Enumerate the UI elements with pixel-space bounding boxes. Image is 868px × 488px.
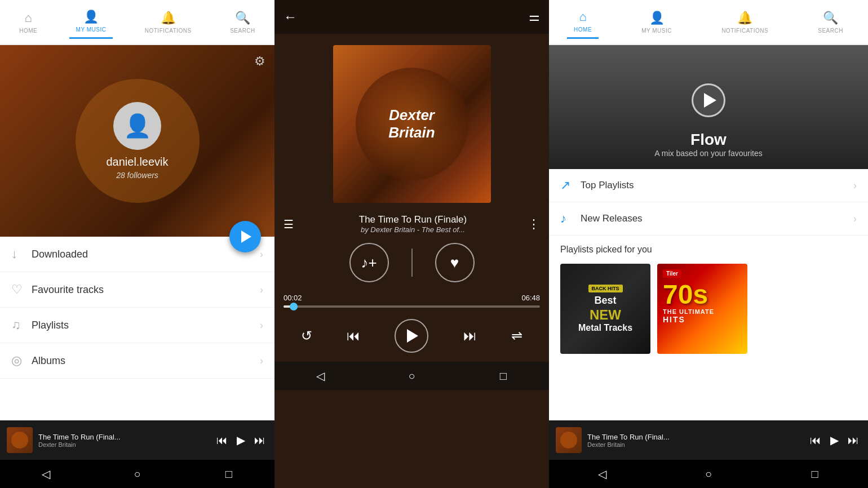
shuffle-button[interactable]: ⇌	[511, 328, 522, 344]
search-icon-p3: 🔍	[823, 11, 838, 25]
menu-item-albums[interactable]: ◎ Albums ›	[0, 343, 274, 379]
flow-subtitle: A mix based on your favourites	[654, 149, 762, 158]
playlist-card-metal[interactable]: BACK HITS Best NEW Metal Tracks	[560, 264, 650, 354]
total-time: 06:48	[521, 294, 540, 302]
mini-prev-button-p1[interactable]: ⏮	[214, 432, 230, 449]
arrow-icon-3: ›	[260, 320, 263, 331]
playlists-row: BACK HITS Best NEW Metal Tracks Tiler 70…	[549, 259, 868, 358]
queue-icon[interactable]: ☰	[284, 218, 294, 231]
track-artist-line: by Dexter Britain - The Best of...	[298, 225, 528, 234]
action-divider	[411, 249, 413, 277]
mini-play-button-p3[interactable]: ▶	[828, 431, 841, 449]
playlist-card-70s[interactable]: Tiler 70s THE ULTIMATE HITS	[657, 264, 747, 354]
android-recents-p3[interactable]: □	[798, 463, 832, 485]
menu-item-playlists[interactable]: ♫ Playlists ›	[0, 308, 274, 343]
nav-search-p3[interactable]: 🔍 SEARCH	[811, 6, 850, 38]
heart-filled-icon: ♥	[450, 254, 459, 272]
arrow-icon: ›	[260, 249, 263, 260]
mini-album-art-p1	[7, 427, 33, 453]
add-to-playlist-button[interactable]: ♪+	[349, 243, 389, 282]
mini-artist-p3: Dexter Britain	[587, 441, 802, 448]
current-time: 00:02	[284, 294, 302, 302]
android-recents-p1[interactable]: □	[212, 463, 246, 485]
mini-play-button-p1[interactable]: ▶	[234, 431, 247, 449]
prev-button[interactable]: ⏮	[347, 328, 360, 344]
notifications-icon-p3: 🔔	[737, 11, 752, 25]
new-releases-arrow: ›	[853, 213, 857, 225]
album-art: Dexter Britain	[333, 45, 491, 203]
mini-track-info-p3: The Time To Run (Final... Dexter Britain	[587, 433, 802, 448]
albums-icon: ◎	[11, 353, 32, 368]
art-title2: Britain	[388, 124, 435, 141]
nav-notifications-p1[interactable]: 🔔 NOTIFICATIONS	[138, 6, 198, 38]
android-home-p2[interactable]: ○	[395, 365, 428, 387]
top-playlists-item[interactable]: ↗ Top Playlists ›	[549, 169, 868, 202]
nav-mymusic-p3[interactable]: 👤 MY MUSIC	[635, 6, 679, 38]
mini-next-button-p3[interactable]: ⏭	[845, 432, 861, 449]
android-home-p1[interactable]: ○	[120, 463, 154, 485]
avatar[interactable]: 👤	[113, 102, 161, 150]
mini-next-button-p1[interactable]: ⏭	[252, 432, 268, 449]
nav-mymusic-label-p1: MY MUSIC	[76, 26, 107, 33]
downloaded-label: Downloaded	[32, 249, 260, 260]
nav-mymusic-p1[interactable]: 👤 MY MUSIC	[69, 5, 113, 39]
repeat-button[interactable]: ↺	[301, 328, 312, 344]
profile-background: ⚙ 👤 daniel.leevik 28 followers	[0, 45, 274, 237]
play-fab-icon	[241, 230, 251, 243]
more-options-icon[interactable]: ⋮	[528, 217, 540, 232]
seventies-hits: HITS	[663, 315, 685, 324]
favourite-label: Favourite tracks	[32, 284, 260, 296]
android-back-p2[interactable]: ◁	[303, 365, 337, 387]
metal-text1: Best	[594, 295, 616, 307]
nav-bar-p3: ⌂ HOME 👤 MY MUSIC 🔔 NOTIFICATIONS 🔍 SEAR…	[549, 0, 868, 45]
nav-search-label-p1: SEARCH	[230, 28, 255, 34]
play-pause-button[interactable]	[395, 319, 428, 353]
next-button[interactable]: ⏭	[463, 328, 477, 344]
nav-notifications-p3[interactable]: 🔔 NOTIFICATIONS	[715, 6, 775, 38]
home-icon-p3: ⌂	[579, 10, 586, 24]
android-back-p3[interactable]: ◁	[585, 463, 619, 485]
mini-art-inner-p1	[11, 432, 28, 449]
nav-home-p1[interactable]: ⌂ HOME	[12, 6, 44, 38]
menu-item-favourite[interactable]: ♡ Favourite tracks ›	[0, 272, 274, 308]
notifications-icon-p1: 🔔	[161, 11, 176, 25]
playlists-icon: ♫	[11, 318, 32, 332]
heart-icon: ♡	[11, 282, 32, 297]
android-recents-p2[interactable]: □	[486, 365, 520, 387]
playlists-label: Playlists	[32, 320, 260, 331]
android-back-p1[interactable]: ◁	[29, 463, 63, 485]
albums-label: Albums	[32, 355, 260, 367]
new-releases-item[interactable]: ♪ New Releases ›	[549, 202, 868, 236]
android-home-p3[interactable]: ○	[692, 463, 725, 485]
arrow-icon-4: ›	[260, 355, 263, 367]
nav-search-label-p3: SEARCH	[818, 28, 843, 34]
mini-track-info-p1: The Time To Run (Final... Dexter Britain	[38, 433, 209, 448]
progress-track[interactable]	[284, 305, 540, 308]
back-button[interactable]: ←	[284, 9, 297, 25]
play-fab-button[interactable]	[229, 221, 261, 252]
nav-search-p1[interactable]: 🔍 SEARCH	[223, 6, 262, 38]
new-releases-label: New Releases	[581, 213, 853, 224]
time-row: 00:02 06:48	[284, 294, 540, 302]
nav-home-p3[interactable]: ⌂ HOME	[567, 5, 599, 39]
settings-icon[interactable]: ⚙	[254, 54, 265, 69]
mini-art-inner-p3	[560, 432, 577, 449]
nav-bar-panel1: ⌂ HOME 👤 MY MUSIC 🔔 NOTIFICATIONS 🔍 SEAR…	[0, 0, 274, 45]
favourite-button[interactable]: ♥	[435, 243, 475, 282]
metal-text2: Metal Tracks	[578, 323, 632, 333]
avatar-person-icon: 👤	[123, 113, 152, 139]
track-info-row: ☰ The Time To Run (Finale) by Dexter Bri…	[274, 214, 549, 234]
mini-controls-p3: ⏮ ▶ ⏭	[808, 431, 861, 449]
progress-thumb[interactable]	[290, 303, 298, 310]
top-playlists-arrow: ›	[853, 180, 857, 192]
home-list: ↗ Top Playlists › ♪ New Releases › Playl…	[549, 169, 868, 420]
mymusic-icon-p1: 👤	[83, 10, 99, 24]
nav-home-label-p1: HOME	[19, 28, 37, 34]
playlists-picked-heading: Playlists picked for you	[549, 236, 868, 259]
flow-title: Flow	[690, 131, 727, 149]
player-equalizer-icon[interactable]: ⚌	[529, 10, 540, 24]
flow-play-button[interactable]	[692, 83, 725, 117]
followers-label: 28 followers	[116, 171, 158, 180]
add-music-icon: ♪+	[361, 254, 377, 272]
mini-prev-button-p3[interactable]: ⏮	[808, 432, 823, 449]
